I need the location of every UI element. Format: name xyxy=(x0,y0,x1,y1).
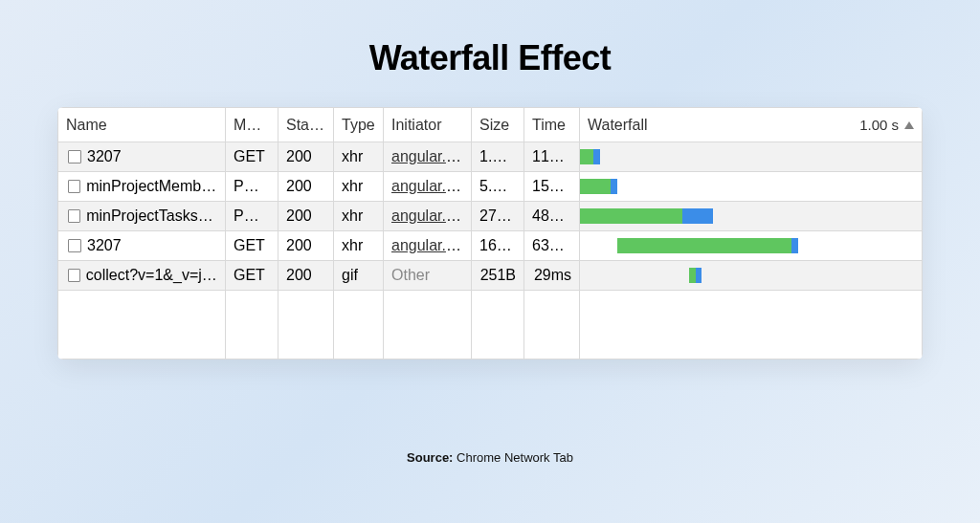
request-method: GET xyxy=(226,261,278,291)
request-name: minProjectMember... xyxy=(86,178,217,195)
request-initiator[interactable]: angular.js:... xyxy=(391,148,472,164)
source-caption: Source: Chrome Network Tab xyxy=(57,450,923,465)
waterfall-time-marker: 1.00 s xyxy=(859,117,899,133)
request-status: 200 xyxy=(278,202,334,231)
waterfall-segment-waiting xyxy=(617,238,791,253)
waterfall-cell xyxy=(580,261,923,291)
request-type: xhr xyxy=(334,202,384,231)
col-header-name[interactable]: Name xyxy=(58,108,226,142)
row-checkbox[interactable] xyxy=(68,269,80,282)
request-type: gif xyxy=(334,261,384,291)
table-row[interactable]: minProjectMember... POST 200 xhr angular… xyxy=(58,172,923,202)
waterfall-segment-waiting xyxy=(580,179,611,194)
request-initiator: Other xyxy=(391,267,430,283)
sort-ascending-icon[interactable] xyxy=(904,121,914,129)
request-type: xhr xyxy=(334,172,384,202)
waterfall-segment-download xyxy=(696,268,701,283)
request-method: GET xyxy=(226,231,278,261)
request-type: xhr xyxy=(334,142,384,172)
request-status: 200 xyxy=(278,231,334,261)
waterfall-bar xyxy=(580,208,922,224)
request-size: 270... xyxy=(472,202,524,231)
request-name: 3207 xyxy=(87,237,122,254)
waterfall-cell xyxy=(580,172,923,202)
request-size: 5.2KB xyxy=(472,172,524,202)
col-header-status[interactable]: Status xyxy=(278,108,334,142)
row-checkbox[interactable] xyxy=(68,180,80,193)
request-status: 200 xyxy=(278,142,334,172)
waterfall-bar xyxy=(580,179,922,194)
table-row[interactable]: minProjectTasksBy... POST 200 xhr angula… xyxy=(58,202,923,231)
waterfall-segment-download xyxy=(682,208,713,224)
request-method: GET xyxy=(226,142,278,172)
empty-rows xyxy=(58,291,923,360)
page-title: Waterfall Effect xyxy=(57,38,923,78)
request-name: collect?v=1&_v=j48... xyxy=(86,267,217,284)
table-header-row: Name Met... Status Type Initiator Size T… xyxy=(58,108,923,142)
waterfall-segment-waiting xyxy=(580,208,682,224)
network-panel: Name Met... Status Type Initiator Size T… xyxy=(57,107,923,360)
table-row[interactable]: 3207 GET 200 xhr angular.js:... 16.1... … xyxy=(58,231,923,261)
request-size: 16.1... xyxy=(472,231,524,261)
col-header-method[interactable]: Met... xyxy=(226,108,278,142)
row-checkbox[interactable] xyxy=(68,239,81,252)
col-header-initiator[interactable]: Initiator xyxy=(384,108,472,142)
request-status: 200 xyxy=(278,261,334,291)
waterfall-cell xyxy=(580,202,923,231)
request-method: POST xyxy=(226,202,278,231)
waterfall-segment-download xyxy=(791,238,798,253)
waterfall-segment-download xyxy=(593,149,600,164)
waterfall-label: Waterfall xyxy=(588,117,648,134)
row-checkbox[interactable] xyxy=(68,150,81,163)
waterfall-bar xyxy=(580,149,922,164)
request-initiator[interactable]: angular.js:... xyxy=(391,237,472,253)
waterfall-bar xyxy=(617,238,922,253)
waterfall-segment-waiting xyxy=(580,149,593,164)
col-header-type[interactable]: Type xyxy=(334,108,384,142)
network-table: Name Met... Status Type Initiator Size T… xyxy=(57,107,923,360)
waterfall-segment-download xyxy=(611,179,617,194)
request-initiator[interactable]: angular.js:... xyxy=(391,207,472,224)
request-type: xhr xyxy=(334,231,384,261)
waterfall-bar xyxy=(689,268,922,283)
request-name: minProjectTasksBy... xyxy=(86,207,217,225)
col-header-waterfall[interactable]: Waterfall 1.00 s xyxy=(580,108,923,142)
table-row[interactable]: 3207 GET 200 xhr angular.js:... 1.8KB 11… xyxy=(58,142,923,172)
request-method: POST xyxy=(226,172,278,202)
request-time: 489ms xyxy=(524,202,580,231)
request-name: 3207 xyxy=(87,148,122,165)
request-size: 251B xyxy=(472,261,524,291)
request-time: 113ms xyxy=(524,142,580,172)
waterfall-cell xyxy=(580,231,923,261)
request-time: 152ms xyxy=(524,172,580,202)
col-header-size[interactable]: Size xyxy=(472,108,524,142)
table-row[interactable]: collect?v=1&_v=j48... GET 200 gif Other … xyxy=(58,261,923,291)
waterfall-cell xyxy=(580,142,923,172)
request-status: 200 xyxy=(278,172,334,202)
request-size: 1.8KB xyxy=(472,142,524,172)
col-header-time[interactable]: Time xyxy=(524,108,580,142)
request-time: 29ms xyxy=(524,261,580,291)
waterfall-segment-waiting xyxy=(689,268,696,283)
request-time: 631ms xyxy=(524,231,580,261)
row-checkbox[interactable] xyxy=(68,209,80,223)
request-initiator[interactable]: angular.js:... xyxy=(391,178,472,194)
